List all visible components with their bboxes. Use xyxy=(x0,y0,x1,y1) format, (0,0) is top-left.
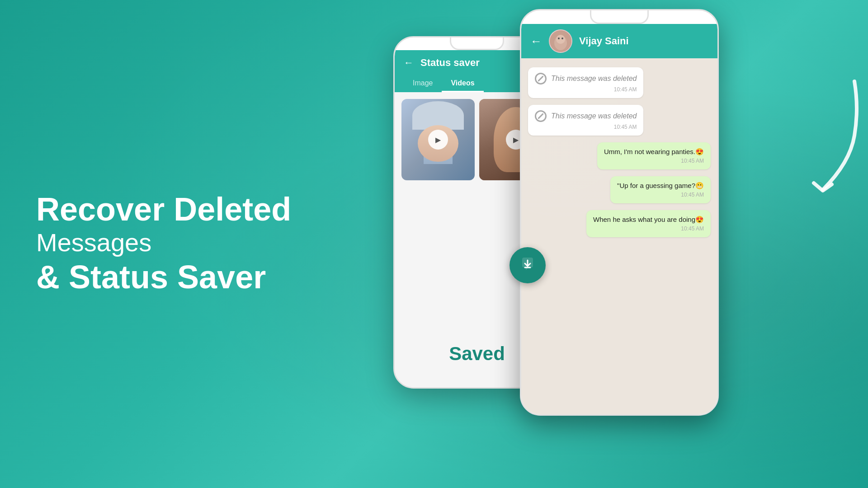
sent-bubble-3: When he asks what you are doing😍 10:45 A… xyxy=(586,210,711,237)
sent-time-1: 10:45 AM xyxy=(604,158,704,164)
saved-text: Saved xyxy=(449,343,505,364)
hero-line1: Recover Deleted xyxy=(36,192,291,227)
sent-text-2: "Up for a guessing game?😬 xyxy=(617,182,704,190)
chat-back-icon[interactable]: ← xyxy=(530,34,542,48)
chat-phone: ← Vijay Saini This message xyxy=(520,9,719,416)
deleted-time-2: 10:45 AM xyxy=(535,124,637,130)
svg-point-6 xyxy=(561,38,563,39)
sent-msg-2: "Up for a guessing game?😬 10:45 AM xyxy=(528,176,711,203)
tab-image[interactable]: Image xyxy=(404,75,442,92)
svg-point-4 xyxy=(556,35,565,44)
deleted-msg-2: This message was deleted 10:45 AM xyxy=(528,105,711,136)
chat-phone-notch xyxy=(590,10,649,24)
hero-line3: & Status Saver xyxy=(36,258,291,296)
back-icon[interactable]: ← xyxy=(404,57,414,69)
download-icon xyxy=(519,256,536,275)
refresh-arrow-decoration xyxy=(809,72,863,199)
deleted-text-2: This message was deleted xyxy=(551,112,637,120)
deleted-msg-1: This message was deleted 10:45 AM xyxy=(528,67,711,98)
hero-line2: Messages xyxy=(36,227,291,258)
deleted-text-1: This message was deleted xyxy=(551,75,637,83)
saved-label: Saved xyxy=(449,343,505,365)
download-fab[interactable] xyxy=(509,247,546,283)
deleted-bubble-2: This message was deleted 10:45 AM xyxy=(528,105,643,136)
play-button-1[interactable]: ▶ xyxy=(428,130,448,150)
sent-msg-3: When he asks what you are doing😍 10:45 A… xyxy=(528,210,711,237)
svg-point-5 xyxy=(558,38,560,39)
tab-videos[interactable]: Videos xyxy=(442,75,483,92)
play-icon-1: ▶ xyxy=(435,136,441,144)
sent-bubble-1: Umm, I'm not wearing panties.😍 10:45 AM xyxy=(597,142,711,169)
no-entry-icon-2 xyxy=(535,110,547,122)
play-icon-2: ▶ xyxy=(513,136,519,144)
chat-body: This message was deleted 10:45 AM This m… xyxy=(521,58,717,416)
sent-time-2: 10:45 AM xyxy=(617,192,704,198)
contact-name: Vijay Saini xyxy=(579,35,629,47)
phones-container: ← Status saver Image Videos ▶ xyxy=(371,0,868,488)
sent-text-1: Umm, I'm not wearing panties.😍 xyxy=(604,148,704,156)
chat-header: ← Vijay Saini xyxy=(521,24,717,58)
deleted-time-1: 10:45 AM xyxy=(535,86,637,93)
status-title: Status saver xyxy=(420,57,480,69)
phone-notch xyxy=(450,38,504,50)
sent-msg-1: Umm, I'm not wearing panties.😍 10:45 AM xyxy=(528,142,711,169)
deleted-bubble-1: This message was deleted 10:45 AM xyxy=(528,67,643,98)
sent-bubble-2: "Up for a guessing game?😬 10:45 AM xyxy=(610,176,711,203)
sent-time-3: 10:45 AM xyxy=(593,225,704,232)
sent-text-3: When he asks what you are doing😍 xyxy=(593,216,704,224)
no-entry-icon-1 xyxy=(535,73,547,84)
contact-avatar xyxy=(549,29,572,53)
hero-text-section: Recover Deleted Messages & Status Saver xyxy=(36,192,291,297)
video-thumb-1[interactable]: ▶ xyxy=(401,99,475,180)
